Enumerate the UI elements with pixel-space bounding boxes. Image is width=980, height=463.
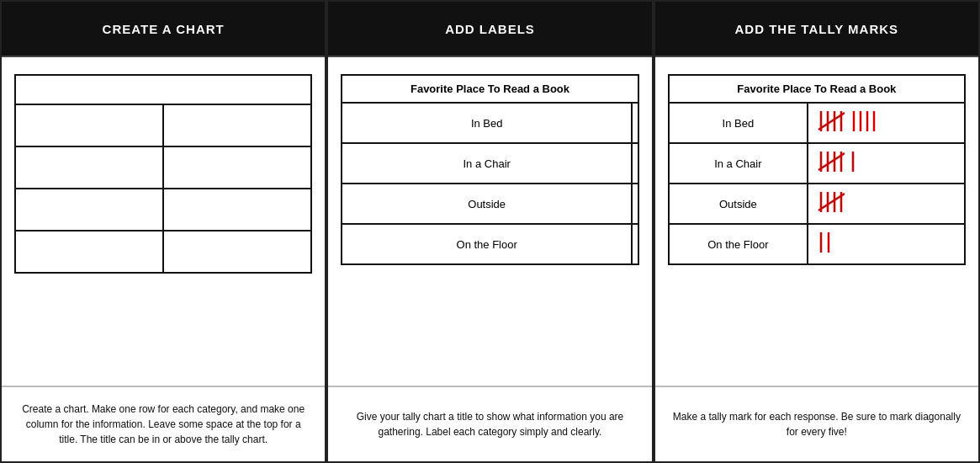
- panel-footer-tally: Make a tally mark for each response. Be …: [655, 386, 978, 461]
- panel-footer-create: Create a chart. Make one row for each ca…: [2, 386, 325, 461]
- tally-two-svg: [817, 229, 842, 258]
- row-label-in-chair-labels: In a Chair: [342, 143, 632, 184]
- row-tally-in-chair-tally: [808, 143, 965, 184]
- blank-cell: [163, 231, 311, 273]
- panel-header-create: CREATE A CHART: [2, 2, 325, 57]
- blank-cell: [15, 231, 163, 273]
- row-label-in-bed-tally: In Bed: [669, 103, 808, 143]
- blank-cell: [15, 104, 163, 146]
- panel-add-labels: ADD LABELS Favorite Place To Read a Book…: [326, 0, 653, 463]
- row-label-on-floor-labels: On the Floor: [342, 224, 632, 264]
- blank-cell: [15, 146, 163, 189]
- blank-cell: [15, 189, 163, 231]
- panel-create-chart: CREATE A CHART: [0, 0, 326, 463]
- create-chart-footer-text: Create a chart. Make one row for each ca…: [17, 402, 310, 447]
- row-tally-outside-labels: [632, 184, 638, 224]
- row-label-outside-labels: Outside: [342, 184, 632, 224]
- tally-chart: Favorite Place To Read a Book In Bed: [668, 74, 966, 265]
- row-label-on-floor-tally: On the Floor: [669, 224, 808, 264]
- add-labels-title: ADD LABELS: [445, 22, 535, 36]
- panel-header-tally: ADD THE TALLY MARKS: [655, 2, 978, 57]
- add-tally-footer-text: Make a tally mark for each response. Be …: [670, 409, 963, 439]
- blank-title-cell: [15, 75, 311, 104]
- row-tally-on-floor-labels: [632, 224, 638, 264]
- main-container: CREATE A CHART: [0, 0, 980, 463]
- blank-chart: [14, 74, 312, 274]
- blank-cell: [163, 104, 311, 146]
- tally-nine-svg: [817, 108, 893, 136]
- row-label-in-bed-labels: In Bed: [342, 103, 632, 143]
- panel-footer-labels: Give your tally chart a title to show wh…: [328, 386, 651, 461]
- panel-content-create: [2, 57, 325, 386]
- add-tally-title: ADD THE TALLY MARKS: [735, 22, 899, 36]
- row-tally-in-bed-labels: [632, 103, 638, 143]
- row-tally-in-bed-tally: [808, 103, 965, 143]
- create-chart-title: CREATE A CHART: [103, 22, 225, 36]
- panel-header-labels: ADD LABELS: [328, 2, 651, 57]
- row-tally-on-floor-tally: [808, 224, 965, 264]
- panel-content-tally: Favorite Place To Read a Book In Bed: [655, 57, 978, 386]
- panel-add-tally: ADD THE TALLY MARKS Favorite Place To Re…: [654, 0, 980, 463]
- blank-cell: [163, 189, 311, 231]
- row-tally-outside-tally: [808, 184, 965, 224]
- row-label-in-chair-tally: In a Chair: [669, 143, 808, 184]
- tally-five-svg: [817, 189, 855, 217]
- add-labels-footer-text: Give your tally chart a title to show wh…: [343, 409, 636, 439]
- blank-cell: [163, 146, 311, 189]
- chart-title-labels: Favorite Place To Read a Book: [342, 75, 638, 103]
- tally-six-svg: [817, 148, 867, 177]
- chart-title-tally: Favorite Place To Read a Book: [669, 75, 965, 103]
- row-label-outside-tally: Outside: [669, 184, 808, 224]
- panel-content-labels: Favorite Place To Read a Book In Bed In …: [328, 57, 651, 386]
- labeled-chart: Favorite Place To Read a Book In Bed In …: [341, 74, 638, 265]
- row-tally-in-chair-labels: [632, 143, 638, 184]
